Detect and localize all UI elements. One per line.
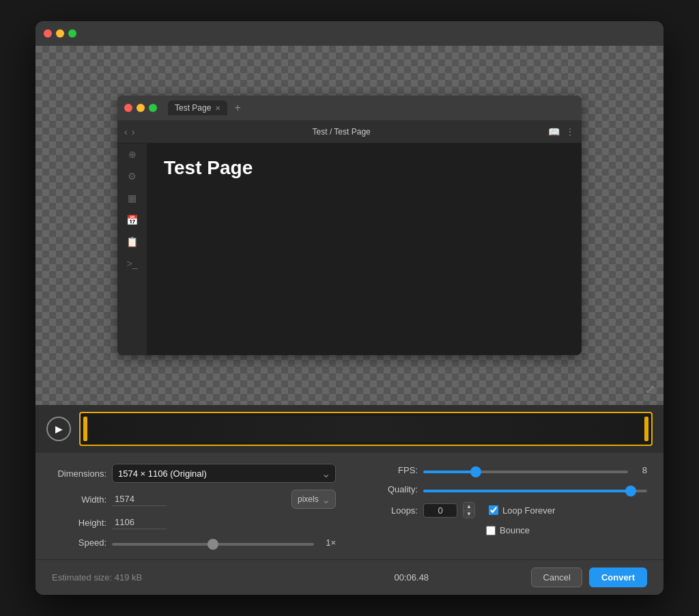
unit-select-wrapper[interactable]: pixels [291,490,336,509]
browser-nav-right: 📖 ⋮ [548,126,575,137]
cancel-button[interactable]: Cancel [531,568,582,587]
height-input[interactable] [112,516,167,529]
loops-stepper-up[interactable]: ▲ [463,503,474,511]
bounce-checkbox[interactable] [486,526,496,535]
preview-area: Test Page ✕ + ‹ › Test / Test Page 📖 ⋮ [35,46,664,405]
browser-body: ⊕ ⚙ ▦ 📅 📋 >_ Test Page [117,143,582,355]
controls-area: Dimensions: 1574 × 1106 (Original) Width… [35,453,664,559]
page-title: Test Page [164,157,565,179]
browser-window: Test Page ✕ + ‹ › Test / Test Page 📖 ⋮ [117,96,582,355]
sidebar-icon-6[interactable]: >_ [127,258,138,269]
speed-label: Speed: [52,537,106,548]
speed-row: Speed: 1× [52,536,336,548]
estimated-size: Estimated size: 419 kB [52,572,291,583]
resize-icon[interactable]: ⤢ [645,382,655,397]
fps-slider-container [423,464,628,476]
sidebar-icon-3[interactable]: ▦ [128,193,137,204]
loops-stepper[interactable]: ▲ ▼ [463,502,475,518]
width-input[interactable] [112,492,167,506]
browser-nav: ‹ › Test / Test Page 📖 ⋮ [117,120,582,143]
unit-select[interactable]: pixels [291,490,336,509]
bounce-checkbox-row: Bounce [486,525,530,535]
play-button[interactable]: ▶ [46,417,71,441]
dimensions-select-wrapper[interactable]: 1574 × 1106 (Original) [112,464,336,483]
nav-icons: ‹ › [124,126,134,137]
height-label: Height: [52,518,106,528]
quality-label: Quality: [363,484,418,494]
browser-maximize-button[interactable] [149,104,157,112]
traffic-lights [44,29,76,38]
sidebar-icon-5[interactable]: 📋 [126,236,138,247]
estimated-size-value: 419 kB [115,572,142,583]
loops-stepper-down[interactable]: ▼ [463,511,474,518]
bottom-buttons: Cancel Convert [531,568,647,587]
loops-row: Loops: ▲ ▼ Loop Forever [363,502,647,518]
main-window: Test Page ✕ + ‹ › Test / Test Page 📖 ⋮ [35,21,664,595]
dimensions-row: Dimensions: 1574 × 1106 (Original) [52,464,336,483]
close-button[interactable] [44,29,52,38]
duration: 00:06.48 [291,572,531,583]
maximize-button[interactable] [68,29,76,38]
new-tab-icon[interactable]: + [234,102,240,114]
quality-slider[interactable] [423,490,647,492]
sidebar-icon-1[interactable]: ⊕ [128,149,137,160]
convert-button[interactable]: Convert [589,568,647,587]
browser-tab[interactable]: Test Page ✕ [168,100,227,115]
bounce-row: Bounce [363,525,647,535]
fps-value: 8 [633,465,647,475]
main-content: Test Page ✕ + ‹ › Test / Test Page 📖 ⋮ [35,46,664,595]
tab-close-icon[interactable]: ✕ [215,104,220,112]
fps-slider[interactable] [423,471,628,473]
right-controls: FPS: 8 Quality: Loops: [363,464,647,548]
tab-title: Test Page [175,103,211,113]
browser-page: Test Page [147,143,582,355]
browser-sidebar: ⊕ ⚙ ▦ 📅 📋 >_ [117,143,147,355]
browser-titlebar: Test Page ✕ + [117,96,582,120]
browser-minimize-button[interactable] [137,104,145,112]
timeline-frames [81,416,651,442]
timeline-strip[interactable] [79,412,653,446]
more-icon[interactable]: ⋮ [565,126,575,137]
quality-row: Quality: [363,483,647,495]
height-row: Height: [52,516,336,529]
left-controls: Dimensions: 1574 × 1106 (Original) Width… [52,464,336,548]
sidebar-icon-2[interactable]: ⚙ [128,171,137,182]
breadcrumb: Test / Test Page [140,127,543,137]
estimated-size-label: Estimated size: [52,572,112,583]
fps-row: FPS: 8 [363,464,647,476]
browser-close-button[interactable] [124,104,132,112]
timeline-frame-strip [91,416,640,442]
fps-label: FPS: [363,465,418,475]
loops-label: Loops: [363,505,418,516]
timeline-handle-right[interactable] [644,417,648,441]
bottom-bar: Estimated size: 419 kB 00:06.48 Cancel C… [35,559,664,595]
back-icon[interactable]: ‹ [124,126,128,137]
speed-slider[interactable] [112,543,314,546]
bookmarks-icon[interactable]: 📖 [548,126,560,137]
loop-forever-label: Loop Forever [502,505,555,516]
sidebar-icon-4[interactable]: 📅 [126,214,138,225]
timeline-area: ▶ [35,405,664,453]
loop-forever-checkbox[interactable] [489,505,498,515]
play-icon: ▶ [55,423,63,434]
width-label: Width: [52,494,106,505]
timeline-handle-left[interactable] [83,417,87,441]
speed-slider-container [112,536,314,548]
loops-input[interactable] [423,503,457,518]
minimize-button[interactable] [56,29,64,38]
dimensions-label: Dimensions: [52,468,106,479]
loop-forever-row: Loop Forever [489,505,555,516]
dimensions-select[interactable]: 1574 × 1106 (Original) [112,464,336,483]
bounce-label: Bounce [500,525,530,535]
speed-value: 1× [319,537,336,548]
width-row: Width: pixels [52,490,336,509]
forward-icon[interactable]: › [132,126,135,137]
title-bar [35,21,664,46]
quality-slider-container [423,483,647,495]
